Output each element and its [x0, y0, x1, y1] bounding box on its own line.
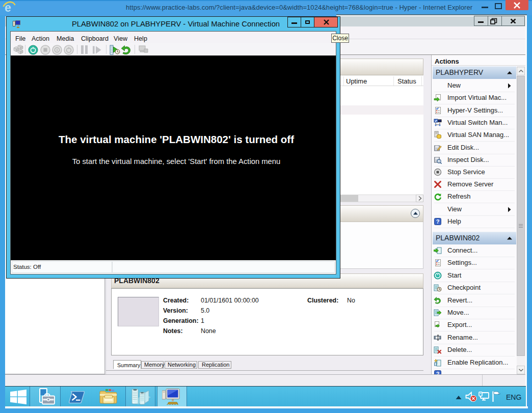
svg-text:?: ?: [436, 218, 440, 225]
svg-text:?: ?: [436, 371, 440, 374]
